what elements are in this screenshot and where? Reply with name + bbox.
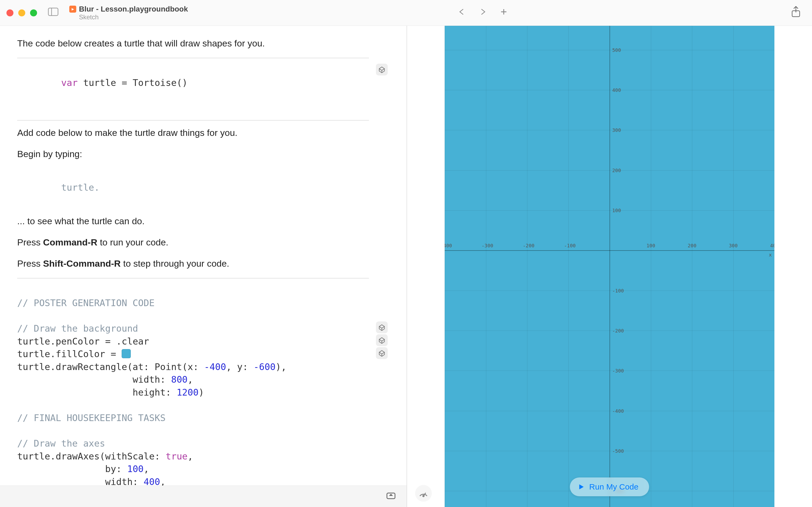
result-badge[interactable]: [376, 322, 388, 333]
x-tick-label: 100: [647, 243, 655, 248]
fullscreen-window-button[interactable]: [30, 9, 37, 16]
svg-rect-0: [48, 8, 58, 15]
x-tick-label: -300: [482, 243, 493, 248]
see-what-text: ... to see what the turtle can do.: [17, 214, 369, 228]
x-tick-label: -400: [445, 243, 452, 248]
begin-typing-text: Begin by typing:: [17, 147, 369, 161]
playground-doc-icon: ▸: [69, 6, 76, 13]
nav-back-button[interactable]: [458, 8, 466, 18]
y-tick-label: 500: [612, 47, 621, 53]
y-tick-label: 100: [612, 208, 621, 213]
close-window-button[interactable]: [6, 9, 13, 16]
main-code-block[interactable]: // POSTER GENERATION CODE // Draw the ba…: [17, 284, 369, 486]
divider: [17, 58, 369, 58]
y-tick-label: 200: [612, 168, 621, 173]
keyword-var: var: [61, 77, 77, 88]
press-run-text: Press Command-R to run your code.: [17, 235, 369, 249]
document-title: Blur - Lesson.playgroundbook: [79, 5, 188, 13]
share-button[interactable]: [791, 6, 801, 19]
y-tick-label: 300: [612, 127, 621, 133]
divider: [17, 278, 369, 278]
turtle-dot-hint: turtle.: [61, 182, 100, 193]
document-subtitle: Sketch: [79, 13, 99, 21]
titlebar: ▸ Blur - Lesson.playgroundbook Sketch: [0, 0, 812, 26]
live-view-pane: -400-300-200-100100200300400x50040030020…: [407, 26, 812, 507]
result-badge[interactable]: [376, 347, 388, 359]
add-page-button[interactable]: [500, 8, 508, 18]
result-badge[interactable]: [376, 64, 388, 75]
y-tick-label: -500: [612, 448, 624, 454]
add-code-text: Add code below to make the turtle draw t…: [17, 126, 369, 139]
sidebar-toggle-button[interactable]: [48, 7, 59, 18]
y-tick-label: -300: [612, 368, 624, 374]
divider: [17, 120, 369, 121]
press-step-text: Press Shift-Command-R to step through yo…: [17, 257, 369, 270]
main-split: The code below creates a turtle that wil…: [0, 26, 812, 507]
x-tick-label: -100: [564, 243, 576, 248]
nav-controls: [458, 8, 508, 18]
result-badge[interactable]: [376, 334, 388, 346]
intro-text: The code below creates a turtle that wil…: [17, 37, 369, 50]
x-tick-label: -200: [523, 243, 534, 248]
decl-rest: turtle = Tortoise(): [77, 77, 187, 88]
nav-forward-button[interactable]: [479, 8, 487, 18]
editor-pane: The code below creates a turtle that wil…: [0, 26, 407, 507]
x-axis-label: x: [769, 252, 772, 258]
run-button-label: Run My Code: [589, 482, 638, 492]
run-my-code-button[interactable]: Run My Code: [570, 477, 649, 496]
minimize-window-button[interactable]: [18, 9, 25, 16]
keyboard-shortcuts-button[interactable]: [386, 491, 396, 502]
y-tick-label: -100: [612, 288, 624, 293]
x-tick-label: 200: [688, 243, 697, 248]
y-tick-label: -400: [612, 408, 624, 414]
execution-speed-button[interactable]: [415, 485, 432, 502]
y-tick-label: 400: [612, 87, 621, 93]
x-tick-label: 300: [729, 243, 738, 248]
y-tick-label: -200: [612, 328, 624, 334]
x-tick-label: 400: [770, 243, 774, 248]
document-title-group: ▸ Blur - Lesson.playgroundbook Sketch: [69, 5, 188, 21]
turtle-canvas: -400-300-200-100100200300400x50040030020…: [445, 26, 774, 507]
editor-footer: [0, 486, 407, 507]
editor-content[interactable]: The code below creates a turtle that wil…: [0, 26, 407, 486]
color-swatch-blue[interactable]: [122, 349, 131, 358]
window-controls: [6, 9, 37, 16]
